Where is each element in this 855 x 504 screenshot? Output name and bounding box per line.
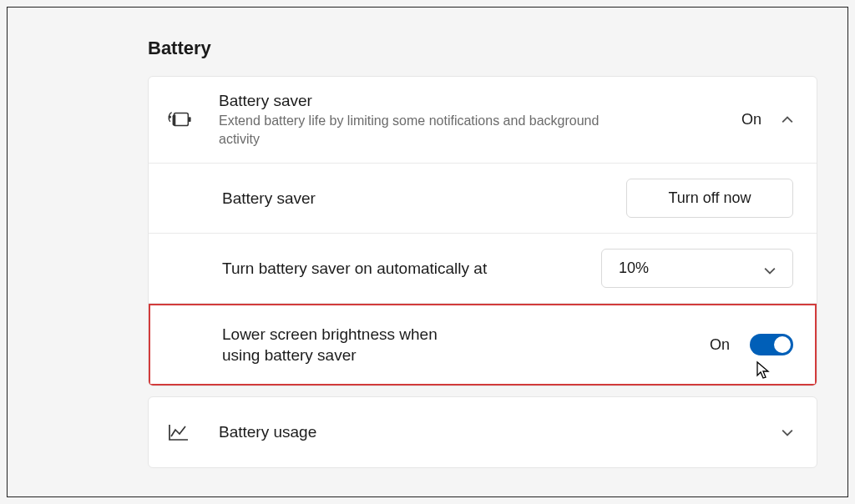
lower-brightness-line2: using battery saver [222,346,357,364]
section-title: Battery [148,38,817,59]
lower-brightness-toggle[interactable] [750,334,793,355]
battery-saver-auto-value: 10% [619,260,649,277]
chevron-down-icon [764,263,776,275]
svg-rect-0 [189,117,191,122]
cursor-icon [755,360,772,381]
lower-brightness-row: Lower screen brightness when using batte… [149,304,817,386]
battery-usage-row[interactable]: Battery usage [149,397,817,467]
lower-brightness-label: Lower screen brightness when using batte… [222,324,710,366]
battery-saver-auto-label: Turn battery saver on automatically at [222,260,601,278]
battery-saver-header-text: Battery saver Extend battery life by lim… [219,92,741,148]
chart-icon [167,422,204,442]
battery-saver-status: On [741,111,761,129]
battery-saver-auto-row: Turn battery saver on automatically at 1… [149,234,817,304]
battery-usage-title: Battery usage [219,423,782,441]
battery-saver-turnoff-row: Battery saver Turn off now [149,164,817,234]
toggle-knob [774,336,791,353]
settings-panel: Battery Battery saver Extend battery lif… [7,7,848,497]
chevron-down-icon [782,426,793,438]
turn-off-now-button[interactable]: Turn off now [626,179,793,218]
battery-saver-auto-select[interactable]: 10% [601,249,793,288]
battery-saver-header[interactable]: Battery saver Extend battery life by lim… [149,77,817,164]
battery-saver-header-title: Battery saver [219,92,741,110]
lower-brightness-line1: Lower screen brightness when [222,325,438,343]
battery-saver-icon [167,110,204,130]
battery-saver-turnoff-label: Battery saver [222,189,626,208]
lower-brightness-status: On [710,336,730,354]
battery-saver-header-desc: Extend battery life by limiting some not… [219,112,603,148]
chevron-up-icon [782,114,793,126]
battery-saver-group: Battery saver Extend battery life by lim… [148,76,817,386]
battery-usage-group: Battery usage [148,396,817,468]
